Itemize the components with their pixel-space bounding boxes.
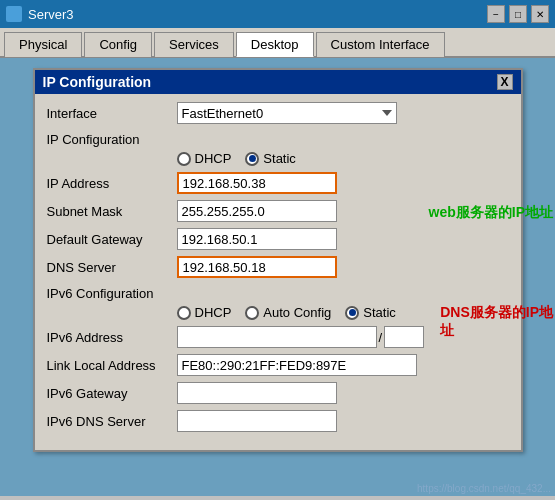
static-radio-circle bbox=[245, 152, 259, 166]
tab-services[interactable]: Services bbox=[154, 32, 234, 57]
dns-server-input[interactable] bbox=[177, 256, 337, 278]
dns-server-row: DNS Server bbox=[47, 256, 509, 278]
close-button[interactable]: ✕ bbox=[531, 5, 549, 23]
link-local-label: Link Local Address bbox=[47, 358, 177, 373]
dialog-close-button[interactable]: X bbox=[497, 74, 513, 90]
ipv6-mode-radio-group: DHCP Auto Config Static bbox=[177, 305, 396, 320]
interface-select[interactable]: FastEthernet0 bbox=[177, 102, 397, 124]
dialog-body: Interface FastEthernet0 IP Configuration… bbox=[35, 94, 521, 450]
ipv6-static-radio-circle bbox=[345, 306, 359, 320]
watermark: https://blog.csdn.net/qq_432... bbox=[417, 483, 551, 494]
minimize-button[interactable]: − bbox=[487, 5, 505, 23]
main-content: IP Configuration X Interface FastEtherne… bbox=[0, 58, 555, 496]
interface-row: Interface FastEthernet0 bbox=[47, 102, 509, 124]
ip-config-section-header: IP Configuration bbox=[47, 132, 509, 147]
ip-mode-row: DHCP Static bbox=[47, 151, 509, 166]
server-icon bbox=[6, 6, 22, 22]
ip-configuration-dialog: IP Configuration X Interface FastEtherne… bbox=[33, 68, 523, 452]
ipv6-auto-label: Auto Config bbox=[263, 305, 331, 320]
ipv6-static-radio[interactable]: Static bbox=[345, 305, 396, 320]
default-gateway-input[interactable] bbox=[177, 228, 337, 250]
ipv6-mode-row: DHCP Auto Config Static bbox=[47, 305, 509, 320]
dhcp-radio-label: DHCP bbox=[195, 151, 232, 166]
ipv6-address-label: IPv6 Address bbox=[47, 330, 177, 345]
ipv6-gateway-input[interactable] bbox=[177, 382, 337, 404]
tab-bar: Physical Config Services Desktop Custom … bbox=[0, 28, 555, 58]
ipv6-dhcp-radio[interactable]: DHCP bbox=[177, 305, 232, 320]
ip-address-label: IP Address bbox=[47, 176, 177, 191]
ip-address-input[interactable] bbox=[177, 172, 337, 194]
tab-physical[interactable]: Physical bbox=[4, 32, 82, 57]
tab-desktop[interactable]: Desktop bbox=[236, 32, 314, 57]
ipv6-prefix-input[interactable] bbox=[384, 326, 424, 348]
tab-custom-interface[interactable]: Custom Interface bbox=[316, 32, 445, 57]
window-title: Server3 bbox=[28, 7, 74, 22]
default-gateway-label: Default Gateway bbox=[47, 232, 177, 247]
ipv6-dhcp-radio-circle bbox=[177, 306, 191, 320]
static-radio[interactable]: Static bbox=[245, 151, 296, 166]
dhcp-radio-circle bbox=[177, 152, 191, 166]
dialog-title-bar: IP Configuration X bbox=[35, 70, 521, 94]
ipv6-static-label: Static bbox=[363, 305, 396, 320]
subnet-mask-label: Subnet Mask bbox=[47, 204, 177, 219]
default-gateway-row: Default Gateway bbox=[47, 228, 509, 250]
ipv6-dns-input[interactable] bbox=[177, 410, 337, 432]
ipv6-auto-radio[interactable]: Auto Config bbox=[245, 305, 331, 320]
maximize-button[interactable]: □ bbox=[509, 5, 527, 23]
ipv6-auto-radio-circle bbox=[245, 306, 259, 320]
dns-server-label: DNS Server bbox=[47, 260, 177, 275]
link-local-row: Link Local Address bbox=[47, 354, 509, 376]
link-local-input[interactable] bbox=[177, 354, 417, 376]
ip-mode-radio-group: DHCP Static bbox=[177, 151, 296, 166]
interface-label: Interface bbox=[47, 106, 177, 121]
ipv6-dhcp-label: DHCP bbox=[195, 305, 232, 320]
title-bar-controls: − □ ✕ bbox=[487, 5, 549, 23]
title-bar-left: Server3 bbox=[6, 6, 74, 22]
subnet-mask-input[interactable] bbox=[177, 200, 337, 222]
dialog-title-text: IP Configuration bbox=[43, 74, 152, 90]
slash-divider: / bbox=[379, 330, 383, 345]
ipv6-dns-row: IPv6 DNS Server bbox=[47, 410, 509, 432]
ip-address-row: IP Address bbox=[47, 172, 509, 194]
web-annotation: web服务器的IP地址 bbox=[429, 203, 553, 221]
ipv6-gateway-row: IPv6 Gateway bbox=[47, 382, 509, 404]
dhcp-radio[interactable]: DHCP bbox=[177, 151, 232, 166]
ipv6-dns-label: IPv6 DNS Server bbox=[47, 414, 177, 429]
title-bar: Server3 − □ ✕ bbox=[0, 0, 555, 28]
static-radio-label: Static bbox=[263, 151, 296, 166]
ipv6-config-section-header: IPv6 Configuration bbox=[47, 286, 509, 301]
dns-annotation: DNS服务器的IP地址 bbox=[440, 303, 553, 339]
ipv6-gateway-label: IPv6 Gateway bbox=[47, 386, 177, 401]
ipv6-address-input[interactable] bbox=[177, 326, 377, 348]
tab-config[interactable]: Config bbox=[84, 32, 152, 57]
